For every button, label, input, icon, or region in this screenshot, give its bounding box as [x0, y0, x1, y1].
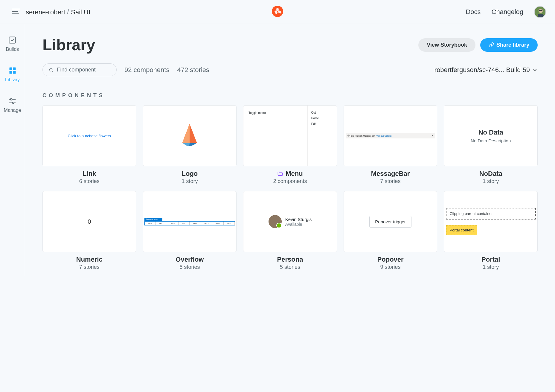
- svg-point-15: [10, 98, 12, 100]
- section-heading: COMPONENTS: [42, 92, 538, 99]
- component-sub: 1 story: [143, 178, 237, 184]
- header-left: serene-robert/Sail UI: [12, 7, 90, 16]
- component-sub: 7 stories: [42, 264, 136, 270]
- component-sub: 7 stories: [344, 178, 437, 184]
- components-count: 92 components: [124, 66, 169, 74]
- component-card-messagebar[interactable]: ⓘ Info (default) MessageBar. Visit our w…: [344, 105, 437, 184]
- component-card-menu[interactable]: Toggle menu Cut Paste Edit Menu 2 compon…: [243, 105, 337, 184]
- svg-rect-8: [538, 14, 544, 18]
- breadcrumb[interactable]: serene-robert/Sail UI: [26, 7, 90, 16]
- component-thumb: 0: [42, 191, 136, 252]
- preview-msgbar-text: Info (default) MessageBar.: [351, 135, 375, 137]
- preview-menu-item: Paste: [311, 115, 333, 121]
- components-grid: Click to purchase flowers Link 6 stories…: [42, 105, 538, 270]
- component-card-link[interactable]: Click to purchase flowers Link 6 stories: [42, 105, 136, 184]
- component-name: Menu: [243, 170, 337, 178]
- component-card-persona[interactable]: Kevin Sturgis Available Persona 5 storie…: [243, 191, 337, 270]
- preview-portal-top: Clipping parent container: [446, 208, 536, 219]
- component-card-nodata[interactable]: No Data No Data Description NoData 1 sto…: [444, 105, 538, 184]
- preview-msgbar-link: Visit our website.: [376, 135, 392, 137]
- svg-rect-9: [9, 37, 16, 43]
- top-header: serene-robert/Sail UI Docs Changelog: [0, 0, 555, 24]
- search-icon: [49, 67, 54, 73]
- component-thumb: Clipping parent container Portal content: [444, 191, 538, 252]
- sidebar-label: Manage: [4, 108, 21, 113]
- search-input[interactable]: [57, 67, 110, 73]
- sidebar: Builds Library Manage: [0, 24, 25, 276]
- toolbar: 92 components 472 stories robertferguson…: [42, 63, 538, 76]
- component-thumb: Click to purchase flowers: [42, 105, 136, 166]
- component-sub: 5 stories: [243, 264, 337, 270]
- view-storybook-button[interactable]: View Storybook: [418, 38, 475, 52]
- breadcrumb-separator: /: [67, 7, 69, 16]
- component-card-overflow[interactable]: Resizable area Item 0 Item 1 Item 2 Item…: [143, 191, 237, 270]
- changelog-link[interactable]: Changelog: [492, 8, 523, 16]
- preview-nodata-desc: No Data Description: [471, 138, 511, 143]
- preview-toggle-menu: Toggle menu: [246, 110, 268, 116]
- component-thumb: ⓘ Info (default) MessageBar. Visit our w…: [344, 105, 437, 166]
- preview-persona-status: Available: [285, 222, 312, 227]
- component-sub: 9 stories: [344, 264, 437, 270]
- preview-menu-item: Cut: [311, 110, 333, 115]
- component-name: MessageBar: [344, 170, 437, 178]
- svg-rect-11: [13, 68, 16, 70]
- component-thumb: Resizable area Item 0 Item 1 Item 2 Item…: [143, 191, 237, 252]
- link-icon: [489, 42, 494, 48]
- component-name: Persona: [243, 256, 337, 263]
- info-icon: ⓘ: [347, 134, 350, 137]
- component-name: Numeric: [42, 256, 136, 263]
- svg-rect-13: [13, 71, 16, 74]
- component-name: Popover: [344, 256, 437, 263]
- component-card-logo[interactable]: Logo 1 story: [143, 105, 237, 184]
- preview-persona-name: Kevin Sturgis: [285, 217, 312, 222]
- page-actions: View Storybook Share library: [418, 38, 538, 52]
- component-card-portal[interactable]: Clipping parent container Portal content…: [444, 191, 538, 270]
- sidebar-label: Builds: [6, 47, 19, 52]
- component-name: Logo: [143, 170, 237, 178]
- svg-rect-10: [9, 68, 12, 70]
- branch-label: robertferguson/sc-746... Build 59: [434, 66, 530, 74]
- component-sub: 1 story: [444, 178, 538, 184]
- preview-nodata-title: No Data: [471, 129, 511, 136]
- component-card-popover[interactable]: Popover trigger Popover 9 stories: [344, 191, 437, 270]
- menu-icon[interactable]: [12, 8, 20, 16]
- sidebar-item-library[interactable]: Library: [5, 66, 20, 83]
- component-sub: 6 stories: [42, 178, 136, 184]
- share-library-button[interactable]: Share library: [480, 38, 538, 52]
- branch-selector[interactable]: robertferguson/sc-746... Build 59: [434, 66, 538, 74]
- sidebar-item-builds[interactable]: Builds: [6, 36, 19, 52]
- component-thumb: Kevin Sturgis Available: [243, 191, 337, 252]
- svg-line-19: [52, 71, 53, 72]
- component-name: Link: [42, 170, 136, 178]
- component-name: Overflow: [143, 256, 237, 263]
- svg-point-18: [50, 68, 52, 71]
- search-box[interactable]: [42, 63, 117, 76]
- breadcrumb-owner: serene-robert: [26, 8, 65, 16]
- chevron-down-icon: [532, 67, 538, 73]
- preview-menu-item: Edit: [311, 121, 333, 127]
- svg-point-17: [13, 102, 14, 103]
- preview-popover-button: Popover trigger: [369, 216, 411, 228]
- avatar[interactable]: [534, 6, 546, 18]
- docs-link[interactable]: Docs: [466, 8, 481, 16]
- page-header: Library View Storybook Share library: [42, 36, 538, 54]
- brand-logo[interactable]: [272, 6, 283, 18]
- share-library-label: Share library: [496, 42, 529, 48]
- component-thumb: Toggle menu Cut Paste Edit: [243, 105, 337, 166]
- preview-numeric-value: 0: [88, 218, 91, 225]
- logo-preview-icon: [181, 122, 199, 149]
- page-title: Library: [42, 36, 95, 54]
- svg-rect-12: [9, 71, 12, 74]
- main-content: Library View Storybook Share library 92 …: [25, 24, 555, 276]
- close-icon: ✕: [432, 135, 433, 137]
- folder-icon: [277, 171, 283, 177]
- component-thumb: [143, 105, 237, 166]
- sidebar-item-manage[interactable]: Manage: [4, 97, 21, 113]
- header-right: Docs Changelog: [466, 6, 546, 18]
- component-card-numeric[interactable]: 0 Numeric 7 stories: [42, 191, 136, 270]
- component-sub: 8 stories: [143, 264, 237, 270]
- component-thumb: Popover trigger: [344, 191, 437, 252]
- component-thumb: No Data No Data Description: [444, 105, 538, 166]
- sidebar-label: Library: [5, 77, 20, 83]
- preview-persona-avatar: [269, 215, 282, 228]
